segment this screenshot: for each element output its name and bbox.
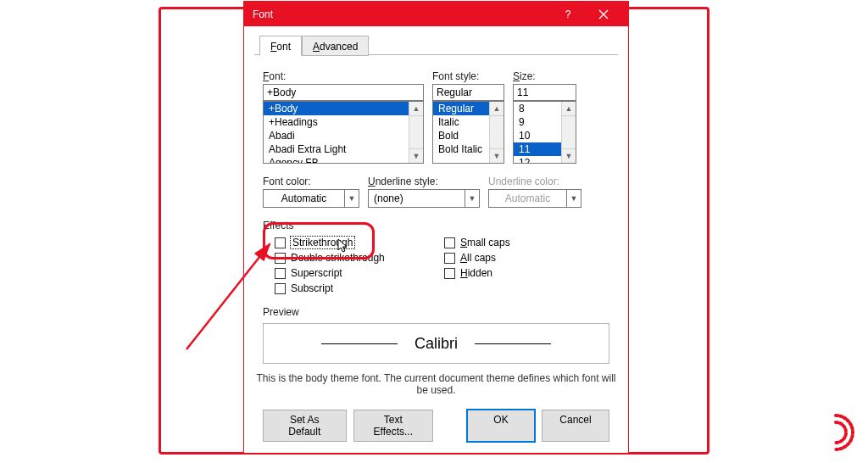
annotation-highlight [263, 222, 375, 259]
preview-underline-right [475, 343, 551, 344]
size-label: Size: [513, 70, 576, 82]
underline-style-value: (none) [369, 190, 465, 207]
list-item[interactable]: Bold [433, 129, 489, 142]
chevron-down-icon[interactable]: ▼ [465, 190, 479, 207]
font-color-combo[interactable]: Automatic ▼ [263, 189, 359, 208]
checkbox-superscript[interactable]: Superscript [275, 267, 432, 279]
preview-group: Preview [263, 306, 609, 318]
tab-strip: Font Advanced [254, 33, 618, 55]
checkbox-label: All caps [460, 252, 496, 264]
tab-font[interactable]: Font [259, 36, 302, 56]
underline-color-label: Underline color: [488, 176, 581, 187]
list-item[interactable]: 12 [514, 156, 561, 164]
list-item[interactable]: 9 [514, 115, 561, 129]
titlebar[interactable]: Font ? [244, 2, 628, 26]
cancel-button[interactable]: Cancel [542, 410, 609, 442]
close-button[interactable] [586, 2, 621, 26]
chevron-down-icon: ▼ [566, 190, 581, 207]
underline-style-label: Underline style: [368, 176, 480, 187]
size-listbox[interactable]: 8 9 10 11 12 ▲ ▼ [513, 101, 576, 164]
font-listbox[interactable]: +Body +Headings Abadi Abadi Extra Light … [263, 101, 424, 164]
checkbox-all-caps[interactable]: All caps [444, 252, 510, 264]
brand-logo-icon [814, 410, 858, 455]
underline-color-combo: Automatic ▼ [488, 189, 581, 208]
list-item[interactable]: 11 [514, 142, 561, 156]
scrollbar[interactable]: ▲ ▼ [489, 102, 504, 163]
font-style-input[interactable] [432, 84, 504, 101]
underline-color-value: Automatic [489, 190, 566, 207]
scroll-up-icon[interactable]: ▲ [490, 102, 504, 116]
font-label: Font: [263, 70, 424, 82]
ok-button[interactable]: OK [467, 410, 535, 442]
checkbox-box [275, 268, 286, 279]
chevron-down-icon[interactable]: ▼ [344, 190, 359, 207]
list-item[interactable]: +Body [264, 102, 409, 115]
font-color-value: Automatic [264, 190, 344, 207]
set-as-default-button[interactable]: Set As Default [263, 410, 347, 442]
font-input[interactable] [263, 84, 424, 101]
list-item[interactable]: Italic [433, 115, 489, 129]
list-item[interactable]: 8 [514, 102, 561, 115]
scroll-down-icon[interactable]: ▼ [490, 148, 504, 163]
size-input[interactable] [513, 84, 576, 101]
checkbox-subscript[interactable]: Subscript [275, 282, 432, 294]
font-color-label: Font color: [263, 176, 359, 187]
font-style-listbox[interactable]: Regular Italic Bold Bold Italic ▲ ▼ [432, 101, 504, 164]
tab-advanced[interactable]: Advanced [302, 36, 369, 56]
font-style-label: Font style: [432, 70, 504, 82]
scrollbar[interactable]: ▲ ▼ [561, 102, 576, 163]
list-item[interactable]: 10 [514, 129, 561, 142]
scroll-up-icon[interactable]: ▲ [562, 102, 576, 116]
checkbox-label: Small caps [460, 237, 510, 248]
list-item[interactable]: Bold Italic [433, 142, 489, 156]
scroll-down-icon[interactable]: ▼ [562, 148, 576, 163]
scrollbar[interactable]: ▲ ▼ [409, 102, 423, 163]
checkbox-label: Subscript [291, 282, 333, 294]
underline-style-combo[interactable]: (none) ▼ [368, 189, 480, 208]
checkbox-hidden[interactable]: Hidden [444, 267, 510, 279]
checkbox-box [444, 253, 455, 264]
checkbox-small-caps[interactable]: Small caps [444, 237, 510, 248]
list-item[interactable]: Regular [433, 102, 489, 115]
preview-box: Calibri [263, 323, 609, 364]
preview-label: Preview [263, 306, 609, 318]
checkbox-label: Superscript [291, 267, 342, 279]
scroll-down-icon[interactable]: ▼ [409, 148, 423, 163]
preview-footnote: This is the body theme font. The current… [254, 372, 618, 396]
preview-text: Calibri [415, 335, 458, 353]
window-title: Font [253, 8, 273, 20]
text-effects-button[interactable]: Text Effects... [353, 410, 433, 442]
checkbox-box [275, 283, 286, 294]
preview-underline-left [321, 343, 398, 344]
checkbox-box [444, 268, 455, 279]
help-button[interactable]: ? [550, 2, 586, 26]
scroll-up-icon[interactable]: ▲ [409, 102, 423, 116]
list-item[interactable]: +Headings [264, 115, 409, 129]
list-item[interactable]: Abadi Extra Light [264, 142, 409, 156]
list-item[interactable]: Agency FB [264, 156, 409, 164]
checkbox-label: Hidden [460, 267, 492, 279]
list-item[interactable]: Abadi [264, 129, 409, 142]
btn-spacer [440, 410, 460, 442]
checkbox-box [444, 237, 455, 248]
